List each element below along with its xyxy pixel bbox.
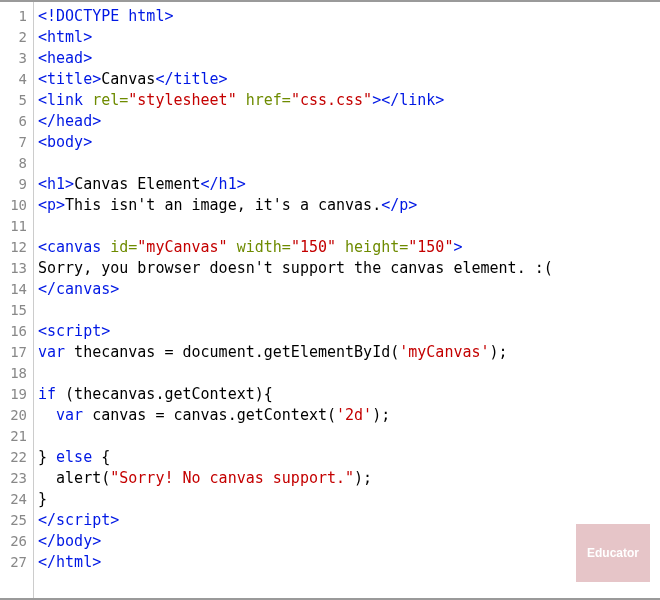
line-number: 9: [0, 174, 33, 195]
code-token: [237, 91, 246, 109]
code-token: var: [56, 406, 83, 424]
line-number: 25: [0, 510, 33, 531]
code-line[interactable]: [38, 426, 660, 447]
code-token: </html>: [38, 553, 101, 571]
code-line[interactable]: } else {: [38, 447, 660, 468]
code-line[interactable]: </head>: [38, 111, 660, 132]
line-number-gutter: 1234567891011121314151617181920212223242…: [0, 2, 34, 598]
line-number: 18: [0, 363, 33, 384]
line-number: 27: [0, 552, 33, 573]
code-token: <!DOCTYPE html>: [38, 7, 173, 25]
code-token: </head>: [38, 112, 101, 130]
code-line[interactable]: <body>: [38, 132, 660, 153]
code-token: "css.css": [291, 91, 372, 109]
code-line[interactable]: var canvas = canvas.getContext('2d');: [38, 405, 660, 426]
watermark-label: Educator: [587, 546, 639, 560]
line-number: 8: [0, 153, 33, 174]
code-token: </script>: [38, 511, 119, 529]
code-token: );: [354, 469, 372, 487]
code-line[interactable]: <canvas id="myCanvas" width="150" height…: [38, 237, 660, 258]
line-number: 12: [0, 237, 33, 258]
educator-watermark: Educator: [576, 524, 650, 582]
line-number: 1: [0, 6, 33, 27]
code-token: Sorry, you browser doesn't support the c…: [38, 259, 553, 277]
code-line[interactable]: <html>: [38, 27, 660, 48]
code-token: id=: [110, 238, 137, 256]
line-number: 16: [0, 321, 33, 342]
code-token: "Sorry! No canvas support.": [110, 469, 354, 487]
code-line[interactable]: <title>Canvas</title>: [38, 69, 660, 90]
line-number: 23: [0, 468, 33, 489]
code-line[interactable]: var thecanvas = document.getElementById(…: [38, 342, 660, 363]
code-line[interactable]: if (thecanvas.getContext){: [38, 384, 660, 405]
code-token: <h1>: [38, 175, 74, 193]
code-area[interactable]: <!DOCTYPE html><html><head><title>Canvas…: [34, 2, 660, 598]
code-token: <body>: [38, 133, 92, 151]
code-token: alert(: [38, 469, 110, 487]
code-token: Canvas Element: [74, 175, 200, 193]
line-number: 3: [0, 48, 33, 69]
code-token: [228, 238, 237, 256]
code-token: </h1>: [201, 175, 246, 193]
code-token: "stylesheet": [128, 91, 236, 109]
code-token: width=: [237, 238, 291, 256]
code-token: );: [490, 343, 508, 361]
code-token: 'myCanvas': [399, 343, 489, 361]
code-token: }: [38, 490, 47, 508]
line-number: 11: [0, 216, 33, 237]
code-line[interactable]: [38, 216, 660, 237]
code-token: Canvas: [101, 70, 155, 88]
line-number: 14: [0, 279, 33, 300]
code-line[interactable]: </body>: [38, 531, 660, 552]
code-token: href=: [246, 91, 291, 109]
line-number: 19: [0, 384, 33, 405]
code-line[interactable]: <p>This isn't an image, it's a canvas.</…: [38, 195, 660, 216]
code-line[interactable]: <h1>Canvas Element</h1>: [38, 174, 660, 195]
code-token: height=: [345, 238, 408, 256]
line-number: 10: [0, 195, 33, 216]
code-token: <canvas: [38, 238, 101, 256]
line-number: 7: [0, 132, 33, 153]
line-number: 13: [0, 258, 33, 279]
code-token: canvas = canvas.getContext(: [83, 406, 336, 424]
code-line[interactable]: [38, 363, 660, 384]
code-token: [83, 91, 92, 109]
code-token: </p>: [381, 196, 417, 214]
line-number: 6: [0, 111, 33, 132]
code-editor[interactable]: 1234567891011121314151617181920212223242…: [0, 0, 660, 600]
code-line[interactable]: [38, 300, 660, 321]
code-token: var: [38, 343, 65, 361]
code-line[interactable]: <script>: [38, 321, 660, 342]
code-token: "150": [291, 238, 336, 256]
line-number: 15: [0, 300, 33, 321]
code-token: (thecanvas.getContext){: [56, 385, 273, 403]
code-token: <link: [38, 91, 83, 109]
line-number: 24: [0, 489, 33, 510]
code-token: [38, 406, 56, 424]
code-token: "myCanvas": [137, 238, 227, 256]
code-token: if: [38, 385, 56, 403]
code-token: rel=: [92, 91, 128, 109]
line-number: 17: [0, 342, 33, 363]
code-line[interactable]: alert("Sorry! No canvas support.");: [38, 468, 660, 489]
code-token: );: [372, 406, 390, 424]
code-line[interactable]: Sorry, you browser doesn't support the c…: [38, 258, 660, 279]
code-line[interactable]: <head>: [38, 48, 660, 69]
line-number: 21: [0, 426, 33, 447]
code-token: This isn't an image, it's a canvas.: [65, 196, 381, 214]
line-number: 2: [0, 27, 33, 48]
code-line[interactable]: </script>: [38, 510, 660, 531]
code-line[interactable]: <!DOCTYPE html>: [38, 6, 660, 27]
code-token: "150": [408, 238, 453, 256]
code-line[interactable]: <link rel="stylesheet" href="css.css"></…: [38, 90, 660, 111]
code-line[interactable]: </canvas>: [38, 279, 660, 300]
code-line[interactable]: }: [38, 489, 660, 510]
code-token: </canvas>: [38, 280, 119, 298]
code-token: >: [453, 238, 462, 256]
code-token: <p>: [38, 196, 65, 214]
code-token: {: [92, 448, 110, 466]
code-token: '2d': [336, 406, 372, 424]
code-line[interactable]: [38, 153, 660, 174]
code-token: else: [56, 448, 92, 466]
code-line[interactable]: </html>: [38, 552, 660, 573]
